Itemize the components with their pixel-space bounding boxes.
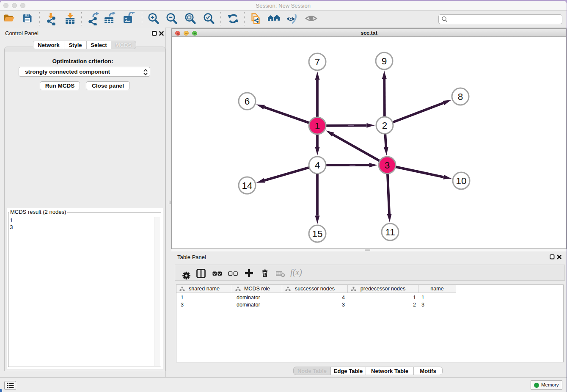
svg-text:14: 14	[242, 180, 252, 191]
svg-text:1: 1	[315, 121, 320, 131]
svg-text:6: 6	[245, 96, 250, 107]
svg-text:3: 3	[385, 160, 390, 171]
svg-text:10: 10	[456, 176, 466, 186]
svg-text:11: 11	[385, 227, 395, 237]
svg-text:15: 15	[312, 229, 322, 239]
svg-text:7: 7	[315, 57, 320, 67]
svg-text:4: 4	[315, 160, 320, 171]
svg-text:2: 2	[382, 120, 388, 131]
svg-text:9: 9	[382, 56, 387, 66]
svg-text:8: 8	[458, 91, 463, 102]
